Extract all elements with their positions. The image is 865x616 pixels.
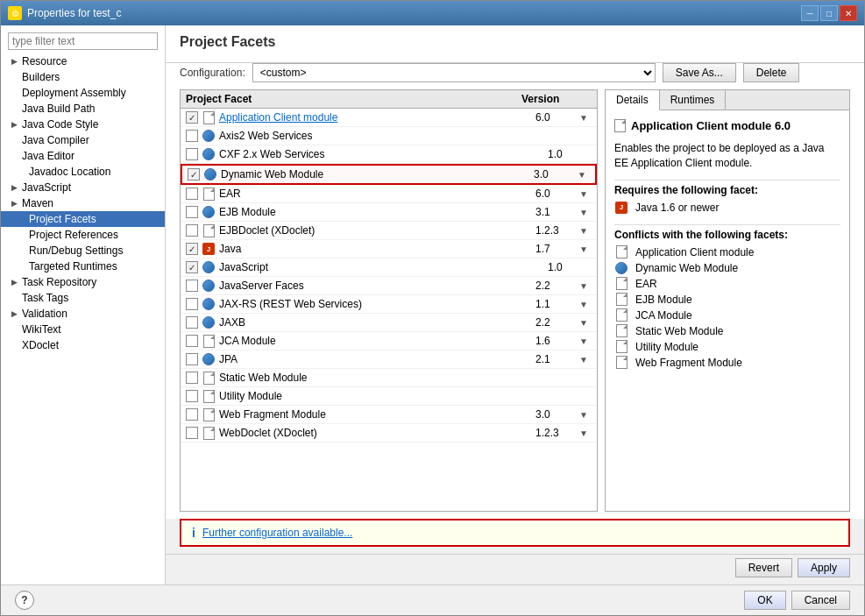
facet-checkbox-ejbdoclet[interactable]: [186, 224, 198, 237]
nav-item-deployment-assembly[interactable]: Deployment Assembly: [1, 85, 165, 101]
facet-checkbox-dynamic-web[interactable]: [188, 168, 200, 181]
facet-checkbox-webdoclet[interactable]: [186, 427, 198, 439]
nav-item-java-compiler[interactable]: Java Compiler: [1, 132, 165, 148]
facet-row-axis2[interactable]: Axis2 Web Services: [181, 127, 597, 145]
facet-dropdown-jpa[interactable]: ▼: [579, 355, 592, 365]
facet-checkbox-jca[interactable]: [186, 335, 198, 347]
facet-row-ejb[interactable]: EJB Module3.1▼: [181, 203, 597, 222]
nav-item-builders[interactable]: Builders: [1, 69, 165, 85]
facet-dropdown-ejb[interactable]: ▼: [579, 208, 592, 217]
facet-version-jaxb: 2.2: [535, 316, 579, 329]
nav-list: ▶ResourceBuildersDeployment AssemblyJava…: [1, 53, 165, 353]
nav-item-validation[interactable]: ▶Validation: [1, 306, 165, 322]
nav-label-deployment-assembly: Deployment Assembly: [22, 87, 126, 99]
save-as-button[interactable]: Save As...: [663, 63, 736, 82]
facet-dropdown-jaxb[interactable]: ▼: [579, 318, 592, 328]
nav-item-javadoc-location[interactable]: Javadoc Location: [1, 164, 165, 180]
axis2-icon: [202, 129, 216, 143]
filter-input[interactable]: [8, 32, 158, 50]
facet-dropdown-app-client[interactable]: ▼: [579, 113, 592, 123]
facet-checkbox-utility[interactable]: [186, 390, 198, 402]
maximize-button[interactable]: □: [820, 5, 838, 21]
facet-row-jaxb[interactable]: JAXB2.2▼: [181, 314, 597, 332]
nav-label-maven: Maven: [22, 197, 53, 209]
facet-dropdown-ejbdoclet[interactable]: ▼: [579, 226, 592, 236]
info-icon: i: [192, 526, 195, 540]
nav-item-targeted-runtimes[interactable]: Targeted Runtimes: [1, 258, 165, 274]
nav-item-javascript[interactable]: ▶JavaScript: [1, 180, 165, 195]
facet-row-app-client[interactable]: Application Client module6.0▼: [181, 109, 597, 127]
facet-dropdown-web-fragment[interactable]: ▼: [579, 410, 592, 420]
nav-item-task-repository[interactable]: ▶Task Repository: [1, 274, 165, 290]
facet-dropdown-dynamic-web[interactable]: ▼: [578, 170, 590, 180]
help-button[interactable]: ?: [15, 591, 34, 610]
facet-row-webdoclet[interactable]: WebDoclet (XDoclet)1.2.3▼: [181, 424, 597, 443]
nav-item-xdoclet[interactable]: XDoclet: [1, 337, 165, 353]
facet-dropdown-jca[interactable]: ▼: [579, 336, 592, 346]
nav-item-java-editor[interactable]: Java Editor: [1, 148, 165, 164]
facet-row-jpa[interactable]: JPA2.1▼: [181, 350, 597, 369]
facet-row-static-web[interactable]: Static Web Module: [181, 369, 597, 387]
facet-dropdown-jax-rs[interactable]: ▼: [579, 300, 592, 309]
further-config-link[interactable]: Further configuration available...: [202, 527, 352, 539]
cancel-button[interactable]: Cancel: [791, 591, 850, 610]
facet-row-web-fragment[interactable]: Web Fragment Module3.0▼: [181, 406, 597, 424]
facet-row-ear[interactable]: EAR6.0▼: [181, 185, 597, 203]
facet-checkbox-jsf[interactable]: [186, 280, 198, 292]
conflicts-item-label: EAR: [635, 278, 657, 290]
nav-item-resource[interactable]: ▶Resource: [1, 53, 165, 69]
conflict-EAR-icon: [614, 277, 628, 291]
nav-item-task-tags[interactable]: Task Tags: [1, 290, 165, 306]
facet-checkbox-cxf[interactable]: [186, 148, 198, 160]
apply-button[interactable]: Apply: [798, 558, 850, 577]
minimize-button[interactable]: ─: [801, 5, 819, 21]
nav-item-project-facets[interactable]: Project Facets: [1, 211, 165, 227]
config-select[interactable]: <custom>: [252, 63, 656, 82]
bottom-actions: Revert Apply: [166, 554, 864, 584]
facet-dropdown-jsf[interactable]: ▼: [579, 281, 592, 291]
facet-dropdown-webdoclet[interactable]: ▼: [579, 428, 592, 438]
nav-label-javascript: JavaScript: [22, 181, 71, 194]
conflicts-item: EJB Module: [614, 292, 840, 308]
nav-item-java-code-style[interactable]: ▶Java Code Style: [1, 117, 165, 132]
page-header: Project Facets: [166, 25, 864, 63]
facet-row-utility[interactable]: Utility Module: [181, 387, 597, 406]
facet-checkbox-javascript[interactable]: [186, 261, 198, 273]
facet-row-java[interactable]: JJava1.7▼: [181, 240, 597, 258]
facet-checkbox-static-web[interactable]: [186, 372, 198, 384]
facet-checkbox-jax-rs[interactable]: [186, 298, 198, 310]
facet-version-app-client: 6.0: [535, 111, 579, 124]
tab-runtimes[interactable]: Runtimes: [660, 90, 727, 110]
facet-row-javascript[interactable]: JavaScript1.0: [181, 258, 597, 277]
revert-button[interactable]: Revert: [735, 558, 792, 577]
nav-item-wikitext[interactable]: WikiText: [1, 322, 165, 337]
facet-checkbox-ejb[interactable]: [186, 206, 198, 218]
facet-checkbox-java[interactable]: [186, 243, 198, 255]
facet-checkbox-ear[interactable]: [186, 188, 198, 200]
nav-item-run-debug-settings[interactable]: Run/Debug Settings: [1, 243, 165, 258]
facet-checkbox-jaxb[interactable]: [186, 316, 198, 329]
facet-checkbox-axis2[interactable]: [186, 130, 198, 142]
facet-row-cxf[interactable]: CXF 2.x Web Services1.0: [181, 145, 597, 164]
nav-item-maven[interactable]: ▶Maven: [1, 195, 165, 211]
facet-checkbox-web-fragment[interactable]: [186, 408, 198, 421]
facet-dropdown-java[interactable]: ▼: [579, 244, 592, 254]
facet-row-jca[interactable]: JCA Module1.6▼: [181, 332, 597, 350]
right-panel: Project Facets Configuration: <custom> S…: [166, 25, 864, 584]
tab-details[interactable]: Details: [606, 90, 660, 110]
nav-item-java-build-path[interactable]: Java Build Path: [1, 101, 165, 117]
ok-button[interactable]: OK: [744, 591, 785, 610]
jaxb-icon: [202, 315, 216, 329]
close-button[interactable]: ✕: [840, 5, 857, 21]
bottom-bar: ? OK Cancel: [1, 584, 864, 615]
delete-button[interactable]: Delete: [743, 63, 800, 82]
facet-row-dynamic-web[interactable]: Dynamic Web Module3.0▼: [181, 164, 597, 185]
facet-checkbox-app-client[interactable]: [186, 111, 198, 124]
facet-row-jax-rs[interactable]: JAX-RS (REST Web Services)1.1▼: [181, 295, 597, 314]
details-header-icon: [614, 119, 626, 132]
facet-dropdown-ear[interactable]: ▼: [579, 189, 592, 199]
facet-row-jsf[interactable]: JavaServer Faces2.2▼: [181, 277, 597, 295]
facet-checkbox-jpa[interactable]: [186, 353, 198, 365]
nav-item-project-references[interactable]: Project References: [1, 227, 165, 243]
facet-row-ejbdoclet[interactable]: EJBDoclet (XDoclet)1.2.3▼: [181, 222, 597, 240]
